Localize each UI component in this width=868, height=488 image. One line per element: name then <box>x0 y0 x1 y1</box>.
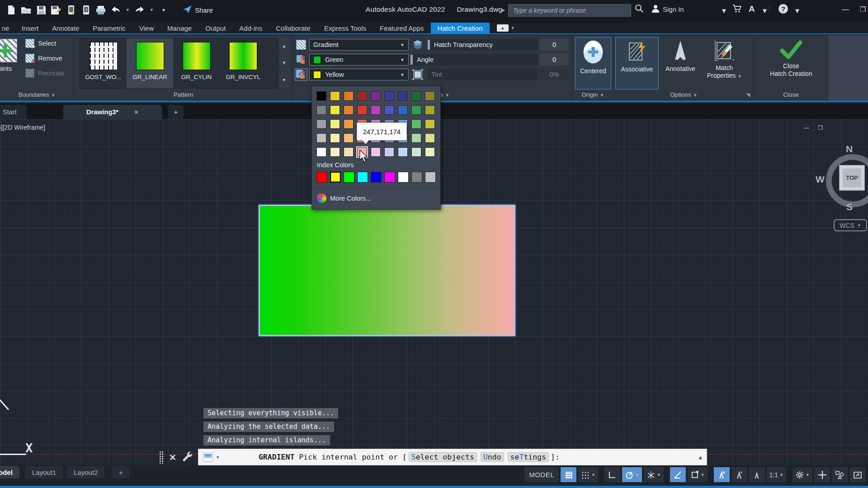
compass-north-label[interactable]: N <box>846 144 853 155</box>
index-color-swatch[interactable] <box>384 172 395 183</box>
palette-swatch[interactable] <box>330 147 340 157</box>
index-color-swatch[interactable] <box>344 172 354 183</box>
status-caret-icon[interactable]: ▼ <box>657 473 661 477</box>
restore-button[interactable]: ❐ <box>860 5 866 14</box>
snap-mode-toggle[interactable]: ▼ <box>578 467 598 482</box>
ribbon-tab-express-tools[interactable]: Express Tools <box>317 23 373 33</box>
hatch-transparency-value[interactable]: 0 <box>540 39 569 51</box>
drawing-window-controls[interactable]: — ❐ <box>804 125 826 131</box>
palette-swatch[interactable] <box>344 105 354 115</box>
redo-caret-icon[interactable]: ▼ <box>150 8 154 12</box>
gallery-scroll-down-icon[interactable]: ▼ <box>279 55 289 71</box>
pattern-gallery-scrollbar[interactable]: ▲ ▼ ▼ <box>278 38 289 89</box>
palette-swatch[interactable] <box>371 91 381 101</box>
palette-swatch[interactable] <box>330 133 340 143</box>
pattern-tile-gost-wo-[interactable]: GOST_WO... <box>80 38 127 88</box>
palette-swatch[interactable] <box>330 91 340 101</box>
pick-points-button[interactable] <box>0 39 17 62</box>
hatch-type-dropdown[interactable]: Gradient▼ <box>309 39 409 51</box>
command-history-toggle-icon[interactable]: ▲ <box>699 454 702 460</box>
save-as-icon[interactable] <box>51 5 61 15</box>
ribbon-tab-parametric[interactable]: Parametric <box>86 23 132 33</box>
palette-swatch[interactable] <box>384 105 394 115</box>
ribbon-tab-add-ins[interactable]: Add-ins <box>232 23 269 33</box>
palette-swatch[interactable] <box>411 91 421 101</box>
isolate-objects-button[interactable] <box>832 467 848 482</box>
palette-swatch[interactable] <box>398 91 408 101</box>
viewcube-top-face[interactable]: TOP <box>839 165 865 191</box>
palette-swatch[interactable] <box>316 91 326 101</box>
angle-value[interactable]: 0 <box>540 54 569 66</box>
search-input[interactable]: Type a keyword or phrase <box>508 4 631 17</box>
command-option-button[interactable]: Select objects <box>409 452 477 462</box>
more-colors-button[interactable]: More Colors... <box>317 193 371 203</box>
redo-icon[interactable] <box>135 5 145 15</box>
palette-swatch[interactable] <box>344 147 354 157</box>
palette-swatch[interactable] <box>411 147 421 157</box>
palette-swatch[interactable] <box>357 105 367 115</box>
wcs-dropdown[interactable]: WCS▼ <box>834 219 867 231</box>
palette-swatch[interactable] <box>411 105 421 115</box>
palette-swatch[interactable] <box>425 105 435 115</box>
autodesk-app-icon[interactable]: A <box>749 4 755 14</box>
ribbon-tab-manage[interactable]: Manage <box>160 23 198 33</box>
palette-swatch[interactable] <box>384 147 394 157</box>
palette-swatch[interactable] <box>357 91 367 101</box>
palette-swatch[interactable] <box>384 91 394 101</box>
status-caret-icon[interactable]: ▼ <box>635 473 639 477</box>
signin-button[interactable]: Sign In <box>651 4 684 14</box>
annotation-visibility-toggle[interactable] <box>714 467 730 482</box>
palette-swatch[interactable] <box>411 119 421 129</box>
angle-field[interactable]: Angle <box>410 54 538 66</box>
ribbon-tab-view[interactable]: View <box>132 23 160 33</box>
minimize-button[interactable]: — <box>842 5 849 14</box>
palette-swatch[interactable] <box>344 133 354 143</box>
index-color-swatch[interactable] <box>357 172 368 183</box>
layout2-tab[interactable]: Layout2 <box>67 466 104 479</box>
polar-tracking-toggle[interactable]: ▼ <box>622 467 642 482</box>
status-caret-icon[interactable]: ▼ <box>806 473 810 477</box>
pattern-tile-gr-invcyl[interactable]: GR_INVCYL <box>220 38 266 88</box>
command-line-grip-icon[interactable] <box>159 451 164 464</box>
workspace-switching[interactable]: ▼ <box>793 467 812 482</box>
ribbon-tab-featured-apps[interactable]: Featured Apps <box>373 23 431 33</box>
open-folder-icon[interactable] <box>21 5 31 15</box>
new-layout-button[interactable]: + <box>112 466 130 479</box>
remove-boundary-button[interactable]: ✕Remove <box>25 54 65 63</box>
ribbon-tab-annotate[interactable]: Annotate <box>45 23 86 33</box>
palette-swatch[interactable] <box>425 91 435 101</box>
annotation-autoscale-toggle[interactable] <box>731 467 747 482</box>
command-line-wrench-icon[interactable] <box>182 450 193 464</box>
palette-swatch[interactable] <box>344 119 354 129</box>
command-recent-icon[interactable] <box>203 453 213 462</box>
gradient-color1-dropdown[interactable]: Green▼ <box>309 54 409 66</box>
index-color-swatch[interactable] <box>316 172 327 183</box>
options-dialog-launcher-icon[interactable]: ◥ <box>746 92 750 98</box>
palette-swatch[interactable] <box>398 147 408 157</box>
palette-swatch[interactable] <box>371 105 381 115</box>
ribbon-tab-ne[interactable]: ne <box>0 23 15 33</box>
undo-caret-icon[interactable]: ▼ <box>126 8 130 12</box>
customization-button[interactable] <box>814 467 830 482</box>
compass-west-label[interactable]: W <box>816 174 825 185</box>
index-color-swatch[interactable] <box>371 172 382 183</box>
plot-icon[interactable] <box>96 5 106 15</box>
annotative-button[interactable]: Annotative <box>660 37 701 89</box>
origin-panel-label[interactable]: Origin▼ <box>572 90 613 100</box>
hatch-transparency-field[interactable]: Hatch Transparency <box>428 39 538 51</box>
undo-icon[interactable] <box>111 5 121 15</box>
palette-swatch[interactable] <box>425 133 435 143</box>
palette-swatch[interactable] <box>411 133 421 143</box>
signin-caret-icon[interactable]: ▼ <box>721 7 727 14</box>
command-recent-caret-icon[interactable]: ▼ <box>217 455 219 460</box>
open-from-mobile-icon[interactable] <box>81 5 91 15</box>
index-color-swatch[interactable] <box>411 172 422 183</box>
annotation-scale-icon[interactable] <box>749 467 765 482</box>
object-snap-toggle[interactable]: ▼ <box>688 467 708 482</box>
palette-swatch[interactable] <box>371 147 381 157</box>
save-icon[interactable] <box>36 5 46 15</box>
palette-swatch[interactable] <box>330 119 340 129</box>
gallery-expand-icon[interactable]: ▼ <box>279 72 289 89</box>
status-caret-icon[interactable]: ▼ <box>779 473 783 477</box>
viewport-controls-label[interactable]: p][2D Wireframe] <box>0 124 45 131</box>
